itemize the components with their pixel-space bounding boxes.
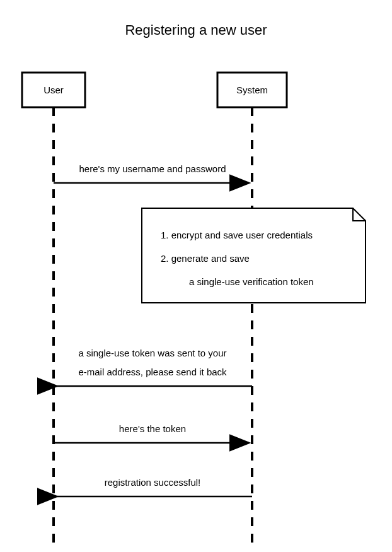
note-line-3: a single-use verification token bbox=[189, 276, 314, 287]
note-line-2: 2. generate and save bbox=[161, 253, 250, 264]
message-token-sent-line2: e-mail address, please send it back bbox=[78, 367, 227, 377]
message-token-sent: a single-use token was sent to your e-ma… bbox=[57, 348, 252, 386]
note-system-actions: 1. encrypt and save user credentials 2. … bbox=[142, 208, 366, 303]
message-credentials-label: here's my username and password bbox=[79, 163, 226, 174]
message-credentials: here's my username and password bbox=[54, 163, 249, 183]
message-token-sent-line1: a single-use token was sent to your bbox=[78, 348, 226, 358]
message-registration-success: registration successful! bbox=[57, 477, 252, 496]
actor-user: User bbox=[22, 73, 85, 107]
actor-system-label: System bbox=[236, 85, 268, 95]
actor-user-label: User bbox=[43, 85, 64, 95]
message-token-reply: here's the token bbox=[54, 423, 249, 443]
message-token-reply-label: here's the token bbox=[119, 423, 186, 434]
diagram-title: Registering a new user bbox=[125, 22, 267, 38]
sequence-diagram: Registering a new user User System here'… bbox=[0, 0, 392, 552]
note-line-1: 1. encrypt and save user credentials bbox=[161, 230, 313, 240]
actor-system: System bbox=[217, 73, 287, 107]
message-registration-success-label: registration successful! bbox=[105, 477, 201, 488]
